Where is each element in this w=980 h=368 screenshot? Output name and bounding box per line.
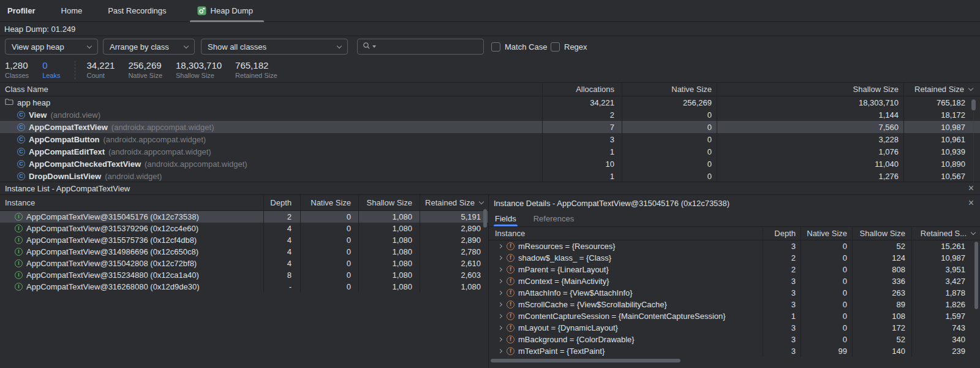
chevron-right-icon bbox=[498, 244, 502, 248]
instance-details-hscrollbar[interactable] bbox=[491, 359, 680, 362]
heap-scope-select[interactable]: View app heap bbox=[5, 39, 98, 55]
field-row[interactable]: fmLayout = {DynamicLayout}30172743 bbox=[489, 322, 980, 334]
num-cell: 172 bbox=[852, 322, 911, 334]
class-table: Class Name Allocations Native Size Shall… bbox=[0, 82, 980, 182]
instance-row[interactable]: IAppCompatTextView@315575736 (0x12cf4db8… bbox=[0, 234, 488, 246]
col-retained-size[interactable]: Retained Size bbox=[903, 83, 980, 96]
class-icon: C bbox=[17, 111, 25, 119]
instance-list-vscrollbar[interactable] bbox=[483, 209, 487, 228]
field-icon: f bbox=[507, 324, 514, 332]
num-cell: 4 bbox=[263, 223, 300, 234]
class-row[interactable]: CAppCompatEditText(androidx.appcompat.wi… bbox=[0, 145, 980, 158]
class-row[interactable]: CDropDownListView(android.widget)101,276… bbox=[0, 170, 980, 182]
num-cell: 2 bbox=[763, 252, 801, 264]
num-cell: - bbox=[263, 281, 300, 293]
instance-details-body: fmResources = {Resources}305215,261fshad… bbox=[489, 240, 980, 357]
class-row[interactable]: CAppCompatTextView(androidx.appcompat.wi… bbox=[0, 121, 980, 133]
close-icon[interactable]: × bbox=[968, 183, 974, 193]
field-row[interactable]: fmAttachInfo = {View$AttachInfo}302631,8… bbox=[489, 287, 980, 299]
regex-label: Regex bbox=[564, 42, 587, 52]
class-row[interactable]: CAppCompatButton(androidx.appcompat.widg… bbox=[0, 133, 980, 145]
stat-count: 34,221 Count bbox=[86, 60, 115, 79]
stat-leaks-value: 0 bbox=[42, 60, 60, 71]
field-row[interactable]: fmTextPaint = {TextPaint}399140239 bbox=[489, 345, 980, 357]
col-allocations[interactable]: Allocations bbox=[542, 83, 622, 96]
tab-references[interactable]: References bbox=[533, 210, 574, 226]
col-retained-size-label: Retained Size bbox=[425, 198, 475, 207]
instance-list-titlebar: Instance List - AppCompatTextView × bbox=[0, 182, 980, 195]
match-case-checkbox[interactable]: Match Case bbox=[491, 39, 547, 55]
num-cell: 0 bbox=[801, 322, 852, 334]
instance-list-header: Instance Depth Native Size Shallow Size … bbox=[0, 195, 488, 211]
field-row[interactable]: fmContext = {MainActivity}303363,427 bbox=[489, 275, 980, 287]
field-row[interactable]: fmContentCaptureSession = {MainContentCa… bbox=[489, 310, 980, 322]
arrange-select[interactable]: Arrange by class bbox=[103, 39, 195, 55]
instance-icon: I bbox=[15, 224, 23, 232]
instance-details-vscrollbar[interactable] bbox=[974, 242, 978, 309]
tab-heap-dump[interactable]: Heap Dump bbox=[194, 0, 257, 22]
col-depth[interactable]: Depth bbox=[263, 195, 300, 210]
instance-row[interactable]: IAppCompatTextView@315379296 (0x12cc4e60… bbox=[0, 223, 488, 234]
col-native-size[interactable]: Native Size bbox=[622, 83, 717, 96]
instance-row[interactable]: IAppCompatTextView@314986696 (0x12c650c8… bbox=[0, 246, 488, 258]
field-row[interactable]: fmResources = {Resources}305215,261 bbox=[489, 240, 980, 252]
tab-fields-label: Fields bbox=[495, 214, 516, 223]
num-cell: 1,080 bbox=[358, 223, 420, 234]
field-row[interactable]: fmScrollCache = {View$ScrollabilityCache… bbox=[489, 299, 980, 310]
col-class-name[interactable]: Class Name bbox=[0, 83, 542, 96]
field-icon: f bbox=[507, 312, 514, 320]
num-cell: 3 bbox=[763, 275, 801, 287]
instance-list-body: IAppCompatTextView@315045176 (0x12c73538… bbox=[0, 211, 488, 293]
instance-row[interactable]: IAppCompatTextView@315234880 (0x12ca1a40… bbox=[0, 269, 488, 281]
chevron-down-icon bbox=[337, 43, 342, 48]
heap-stats-row: 1,280 Classes 0 Leaks 34,221 Count 256,2… bbox=[0, 57, 980, 82]
class-row[interactable]: CAppCompatCheckedTextView(androidx.appco… bbox=[0, 158, 980, 170]
active-tab-underline bbox=[494, 224, 518, 226]
close-icon[interactable]: × bbox=[968, 198, 974, 208]
search-box[interactable] bbox=[357, 39, 484, 55]
col-instance[interactable]: Instance bbox=[0, 195, 263, 210]
num-cell: 3,951 bbox=[911, 264, 980, 275]
num-cell: 4 bbox=[263, 258, 300, 269]
heap-toolbar: View app heap Arrange by class Show all … bbox=[0, 36, 980, 57]
stat-leaks[interactable]: 0 Leaks bbox=[42, 60, 60, 79]
col-depth[interactable]: Depth bbox=[763, 227, 801, 240]
col-shallow-size[interactable]: Shallow Size bbox=[717, 83, 903, 96]
col-retained-size[interactable]: Retained S... bbox=[911, 227, 980, 240]
regex-checkbox[interactable]: Regex bbox=[551, 39, 587, 55]
instance-name: AppCompatTextView@315234880 (0x12ca1a40) bbox=[26, 270, 199, 280]
num-cell: 1,144 bbox=[717, 109, 903, 121]
heap-dump-timestamp: Heap Dump: 01.249 bbox=[4, 25, 75, 34]
field-name-cell: fmContentCaptureSession = {MainContentCa… bbox=[489, 310, 763, 322]
col-instance[interactable]: Instance bbox=[489, 227, 763, 240]
class-table-vscrollbar[interactable] bbox=[971, 99, 976, 110]
class-row[interactable]: CView(android.view)201,14418,172 bbox=[0, 109, 980, 121]
num-cell: 3 bbox=[763, 322, 801, 334]
num-cell: 3 bbox=[763, 299, 801, 310]
tab-home[interactable]: Home bbox=[61, 6, 83, 15]
tab-past-recordings[interactable]: Past Recordings bbox=[108, 6, 166, 15]
instance-name: AppCompatTextView@315042808 (0x12c72bf8) bbox=[26, 259, 197, 268]
sort-desc-icon bbox=[968, 85, 973, 90]
field-row[interactable]: fmBackground = {ColorDrawable}3052340 bbox=[489, 334, 980, 345]
col-shallow-size[interactable]: Shallow Size bbox=[852, 227, 911, 240]
col-retained-size[interactable]: Retained Size bbox=[420, 195, 488, 210]
field-name-cell: fshadow$_klass_ = {Class} bbox=[489, 252, 763, 264]
field-row[interactable]: fmParent = {LinearLayout}208083,951 bbox=[489, 264, 980, 275]
tab-fields[interactable]: Fields bbox=[495, 210, 516, 226]
instance-row[interactable]: IAppCompatTextView@315045176 (0x12c73538… bbox=[0, 211, 488, 223]
num-cell: 1,826 bbox=[911, 299, 980, 310]
num-cell: 1,076 bbox=[717, 145, 903, 158]
instance-row[interactable]: IAppCompatTextView@315042808 (0x12c72bf8… bbox=[0, 258, 488, 269]
search-options-icon[interactable] bbox=[372, 45, 376, 48]
search-input[interactable] bbox=[378, 42, 478, 52]
num-cell: 4 bbox=[263, 234, 300, 246]
instance-row[interactable]: IAppCompatTextView@316268080 (0x12d9de30… bbox=[0, 281, 488, 293]
col-shallow-size[interactable]: Shallow Size bbox=[358, 195, 420, 210]
class-row[interactable]: app heap34,221256,26918,303,710765,182 bbox=[0, 96, 980, 109]
col-native-size[interactable]: Native Size bbox=[801, 227, 852, 240]
class-filter-select[interactable]: Show all classes bbox=[201, 39, 348, 55]
col-native-size[interactable]: Native Size bbox=[300, 195, 358, 210]
stat-classes-label: Classes bbox=[5, 72, 29, 79]
field-row[interactable]: fshadow$_klass_ = {Class}2012410,987 bbox=[489, 252, 980, 264]
